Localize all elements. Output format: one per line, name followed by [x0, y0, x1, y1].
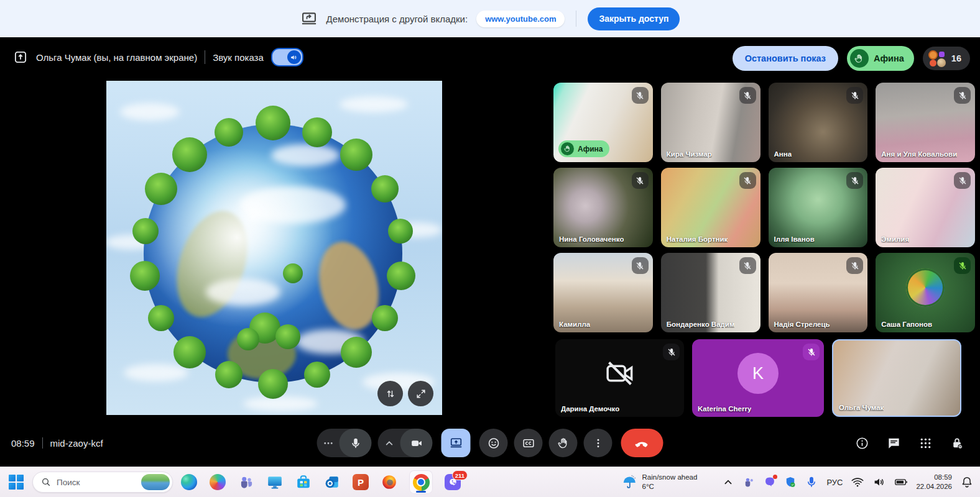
mic-muted-icon [663, 344, 680, 360]
raised-hand-icon [850, 49, 869, 68]
mic-options-icon[interactable] [317, 429, 340, 457]
weather-temperature: 6°C [642, 483, 654, 490]
presentation-sound-toggle[interactable] [271, 48, 303, 66]
participant-name: Саша Гапонов [881, 321, 932, 328]
volume-icon[interactable] [872, 475, 886, 489]
microsoft-store-icon[interactable] [295, 473, 312, 491]
participant-tile[interactable]: K Katerina Cherry [692, 339, 824, 417]
wifi-icon[interactable] [851, 475, 864, 489]
taskbar-date: 22.04.2026 [916, 483, 952, 490]
search-icon [41, 477, 51, 487]
host-controls-button[interactable] [944, 430, 970, 456]
hand-raised-name: Афина [874, 53, 904, 63]
mic-muted-icon [632, 172, 649, 189]
participant-tile[interactable]: Саша Гапонов [876, 253, 975, 332]
participant-tile[interactable]: Ольга Чумак [832, 339, 961, 417]
captions-button[interactable] [514, 429, 543, 457]
participant-tile[interactable]: Бондаренко Вадим [661, 253, 760, 332]
weather-widget[interactable]: Rain/snow ahead 6°C [621, 473, 698, 491]
taskbar-clock[interactable]: 08:59 22.04.2026 [916, 473, 952, 491]
mic-muted-icon [954, 87, 971, 104]
fullscreen-button[interactable] [408, 381, 433, 406]
participant-tile[interactable]: Кира Чизмар [661, 83, 760, 162]
hand-raised-pill[interactable]: Афина [847, 46, 914, 71]
participant-name: Надія Стрелець [774, 321, 830, 328]
speaker-icon [287, 50, 301, 64]
viber-notification-dot [773, 475, 777, 479]
participant-tile[interactable]: Надія Стрелець [769, 253, 868, 332]
mic-button[interactable] [317, 429, 372, 457]
teams-tray-icon[interactable] [743, 476, 756, 488]
participant-tile[interactable]: Ілля Іванов [769, 168, 868, 247]
participant-tile[interactable]: Афина [553, 83, 653, 162]
battery-icon[interactable] [894, 475, 908, 489]
camera-button[interactable] [378, 429, 433, 457]
minimize-presentation-button[interactable] [377, 381, 403, 406]
end-call-button[interactable] [621, 429, 663, 457]
participant-tile[interactable]: Нина Головаченко [553, 168, 653, 247]
display-settings-icon[interactable] [266, 473, 284, 491]
reactions-button[interactable] [479, 429, 508, 457]
shared-tab-url[interactable]: www.youtube.com [476, 11, 565, 27]
participant-name: Katerina Cherry [698, 405, 751, 413]
raise-hand-button[interactable] [549, 429, 578, 457]
mic-muted-icon [739, 172, 756, 189]
participant-name: Наталия Бортник [667, 235, 728, 243]
camera-icon [400, 429, 433, 457]
participant-name: Нина Головаченко [559, 235, 624, 243]
copilot-icon[interactable] [209, 473, 226, 491]
hidden-icons-chevron[interactable] [721, 475, 735, 489]
mic-muted-icon [739, 87, 756, 104]
powerpoint-icon[interactable]: P [352, 473, 369, 491]
participants-counter[interactable]: 16 [923, 47, 970, 70]
chat-button[interactable] [881, 430, 907, 456]
outlook-icon[interactable] [323, 473, 341, 491]
teams-icon[interactable] [238, 473, 255, 491]
participants-count: 16 [951, 53, 961, 63]
microphone-in-use-icon[interactable] [805, 475, 818, 489]
participant-tile[interactable]: Камилла [553, 253, 653, 332]
mic-muted-icon [954, 257, 971, 274]
chrome-icon-active[interactable] [409, 470, 433, 494]
mic-muted-icon [803, 344, 820, 360]
search-highlight-image[interactable] [141, 474, 170, 490]
participant-name: Ілля Іванов [774, 235, 815, 243]
participant-tile[interactable]: Эмилия [876, 168, 975, 247]
participant-tile[interactable]: Наталия Бортник [661, 168, 760, 247]
close-access-button[interactable]: Закрыть доступ [588, 7, 680, 30]
taskbar-time: 08:59 [934, 473, 952, 481]
firefox-icon[interactable] [381, 473, 398, 491]
edge-icon[interactable] [180, 473, 198, 491]
participant-name: Афина [578, 145, 603, 153]
meet-header: Ольга Чумак (вы, на главном экране) Звук… [0, 37, 980, 81]
defender-tray-icon[interactable] [784, 476, 797, 488]
participant-name: Бондаренко Вадим [667, 321, 735, 328]
participant-tile[interactable]: Дарина Демочко [555, 339, 684, 417]
presentation-sound-label: Звук показа [213, 52, 264, 63]
banner-divider [576, 11, 576, 27]
notifications-bell-icon[interactable] [960, 475, 974, 489]
more-options-button[interactable] [584, 429, 612, 457]
viber-icon[interactable]: 211 [444, 473, 461, 491]
participant-name: Аня и Уля Ковальови [881, 150, 957, 158]
keyboard-language[interactable]: РУС [826, 478, 843, 487]
meet-control-bar: 08:59 mid-zaoy-kcf [0, 421, 980, 465]
shared-screen-image [106, 81, 442, 415]
start-button[interactable] [9, 475, 24, 490]
participant-name: Эмилия [881, 235, 909, 243]
search-box[interactable]: Поиск [32, 472, 173, 493]
participant-name: Камилла [559, 321, 590, 328]
meeting-details-button[interactable] [849, 430, 875, 456]
avatar: K [737, 353, 779, 394]
mic-muted-icon [739, 257, 756, 274]
google-meet-window: Демонстрация с другой вкладки: www.youtu… [0, 0, 980, 497]
viber-tray-icon[interactable] [764, 476, 776, 488]
participant-tile[interactable]: Анна [769, 83, 868, 162]
presenter-label: Ольга Чумак (вы, на главном экране) [36, 52, 197, 63]
activities-button[interactable] [912, 430, 938, 456]
present-screen-button-active[interactable] [441, 429, 471, 457]
mic-muted-icon [632, 87, 649, 104]
stop-presenting-button[interactable]: Остановить показ [733, 46, 838, 71]
camera-options-icon[interactable] [378, 429, 400, 457]
participant-tile[interactable]: Аня и Уля Ковальови [876, 83, 975, 162]
